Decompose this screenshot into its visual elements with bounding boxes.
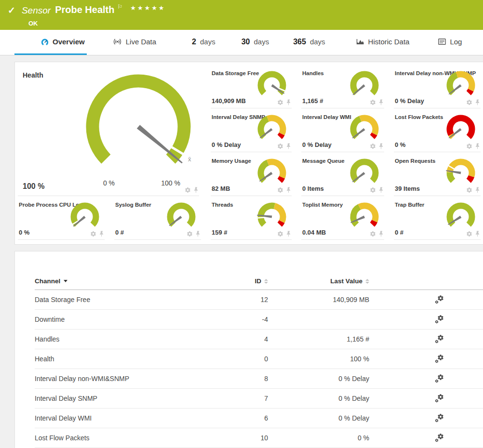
gauge-tile: Open Requests 39 Items [394, 152, 481, 196]
gauge-tile: Handles 1,165 # [301, 65, 384, 108]
gauge-value: 0 # [115, 229, 124, 236]
average-marker-label: x̄ [188, 156, 191, 163]
pin-icon[interactable] [286, 187, 292, 193]
gauge-title: Trap Buffer [395, 202, 424, 208]
gauge-title: Open Requests [395, 158, 435, 164]
gear-icon[interactable] [370, 99, 376, 105]
tab-log[interactable]: Log [436, 30, 464, 55]
channel-name[interactable]: Interval Delay non-WMI&SNMP [35, 375, 196, 382]
channel-settings-button[interactable] [435, 334, 444, 344]
page-content: Health x̄ 0 % 100 % 100 % Data Storage F… [0, 55, 483, 448]
gear-icon[interactable] [277, 187, 283, 193]
channel-id: 6 [196, 414, 268, 422]
pin-icon[interactable] [475, 231, 481, 237]
tab-bar: Overview Live Data 2 days 30 days 365 da… [0, 30, 483, 55]
tab-365-days[interactable]: 365 days [291, 30, 327, 55]
gear-icon [435, 419, 439, 422]
gear-icon[interactable] [466, 231, 472, 237]
tab-label: Historic Data [368, 38, 410, 46]
pin-icon[interactable] [286, 99, 292, 105]
pin-icon[interactable] [378, 231, 384, 237]
live-data-icon [113, 38, 122, 45]
gear-icon[interactable] [466, 187, 472, 193]
channel-settings-button[interactable] [435, 413, 444, 423]
gauge-tile: Interval Delay SNMP 0 % Delay [211, 108, 292, 152]
channel-settings-button[interactable] [435, 354, 444, 364]
object-kind-label: Sensor [22, 5, 51, 16]
pin-icon[interactable] [378, 187, 384, 193]
gear-icon[interactable] [466, 143, 472, 149]
gauge-chart [254, 70, 291, 102]
gear-icon[interactable] [187, 231, 193, 237]
tile-actions [187, 231, 201, 237]
table-row: Interval Delay WMI 6 0 % Delay [35, 408, 483, 428]
tile-actions [277, 231, 292, 237]
gauge-title: Data Storage Free [212, 70, 259, 76]
gauge-value: 1,165 # [302, 97, 323, 105]
channel-name[interactable]: Interval Delay WMI [35, 414, 196, 422]
gauge-chart [163, 201, 200, 233]
pin-icon[interactable] [195, 231, 201, 237]
column-label: Last Value [330, 277, 362, 285]
gear-icon[interactable] [370, 231, 376, 237]
log-icon [438, 39, 446, 45]
table-row: Data Storage Free 12 140,909 MB [35, 290, 483, 310]
priority-stars[interactable]: ★★★★★ [130, 4, 165, 12]
gear-icon[interactable] [185, 187, 191, 193]
gauge-chart [67, 201, 104, 233]
gear-icon[interactable] [466, 99, 472, 105]
pin-icon[interactable] [378, 143, 384, 149]
channels-panel: Channel ID Last Value Data Storage Free … [14, 251, 483, 448]
pin-icon[interactable] [286, 143, 292, 149]
channel-name[interactable]: Handles [35, 335, 196, 343]
gauge-tile: Data Storage Free 140,909 MB [211, 65, 292, 108]
channel-name[interactable]: Interval Delay SNMP [35, 395, 196, 402]
health-gauge-tile: Health x̄ 0 % 100 % 100 % [18, 65, 199, 196]
tab-2-days[interactable]: 2 days [190, 30, 217, 55]
gauge-value: 82 MB [212, 185, 230, 192]
tab-30-days[interactable]: 30 days [240, 30, 271, 55]
pin-icon[interactable] [99, 231, 105, 237]
pin-icon[interactable] [193, 187, 199, 193]
pin-icon[interactable] [378, 99, 384, 105]
gear-icon[interactable] [370, 187, 376, 193]
channel-settings-button[interactable] [435, 315, 444, 324]
channel-settings-button[interactable] [435, 394, 444, 403]
gauge-chart [347, 158, 383, 189]
column-header-channel[interactable]: Channel [35, 277, 196, 285]
tile-actions [466, 99, 481, 105]
channel-settings-button[interactable] [435, 374, 444, 383]
gear-icon [435, 379, 439, 383]
column-header-last-value[interactable]: Last Value [268, 277, 369, 285]
gear-icon[interactable] [277, 99, 283, 105]
gauge-title: Syslog Buffer [115, 202, 151, 208]
channel-name[interactable]: Health [35, 355, 196, 363]
sensor-banner: ✓ Sensor Probe Health ⚐ ★★★★★ OK [0, 0, 483, 30]
gear-icon[interactable] [277, 143, 283, 149]
channel-id: 8 [196, 375, 268, 382]
column-header-id[interactable]: ID [196, 277, 268, 285]
channel-name[interactable]: Lost Flow Packets [35, 434, 196, 442]
channel-name[interactable]: Downtime [35, 316, 196, 323]
pin-icon[interactable] [475, 187, 481, 193]
channel-settings-button[interactable] [435, 433, 444, 443]
tab-live-data[interactable]: Live Data [111, 30, 158, 55]
pin-icon[interactable] [286, 231, 292, 237]
gear-icon[interactable] [90, 231, 96, 237]
gauge-tile: Toplist Memory 0.04 MB [301, 196, 384, 240]
channel-settings-button[interactable] [435, 295, 444, 304]
gauge-value: 39 Items [395, 185, 420, 192]
channel-name[interactable]: Data Storage Free [35, 296, 196, 303]
gear-icon[interactable] [277, 231, 283, 237]
gear-icon[interactable] [370, 143, 376, 149]
tab-overview[interactable]: Overview [14, 30, 87, 55]
tab-historic-data[interactable]: Historic Data [354, 30, 412, 55]
gauge-value: 0 # [395, 229, 403, 236]
table-row: Handles 4 1,165 # [35, 329, 483, 349]
pin-icon[interactable] [475, 99, 481, 105]
gauge-tile: Interval Delay WMI 0 % Delay [301, 108, 384, 152]
page-title: Probe Health [55, 4, 114, 15]
pin-icon[interactable] [475, 143, 481, 149]
priority-flag-icon[interactable]: ⚐ [117, 3, 122, 10]
sensor-status-badge: OK [28, 20, 166, 27]
